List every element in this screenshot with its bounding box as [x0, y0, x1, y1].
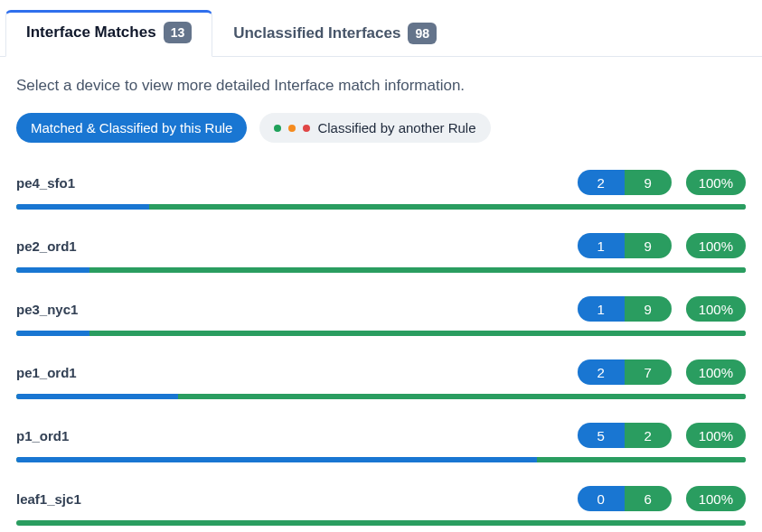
count-blue: 2 [578, 170, 625, 195]
count-green: 2 [625, 423, 672, 448]
device-row[interactable]: pe1_ord127100% [16, 352, 746, 415]
device-name[interactable]: p1_ord1 [16, 428, 69, 443]
tabs: Interface Matches 13 Unclassified Interf… [0, 0, 762, 57]
progress-bar-green [537, 457, 746, 462]
count-green: 9 [625, 233, 672, 258]
device-name[interactable]: leaf1_sjc1 [16, 491, 81, 507]
legend: Matched & Classified by this Rule Classi… [16, 113, 746, 143]
dot-red-icon [303, 125, 310, 132]
legend-primary-pill: Matched & Classified by this Rule [16, 113, 247, 143]
count-green: 7 [625, 359, 672, 385]
count-pill: 19 [578, 296, 672, 322]
device-stats: 19100% [578, 296, 746, 322]
count-green: 9 [625, 170, 672, 195]
tab-interface-matches[interactable]: Interface Matches 13 [5, 10, 212, 57]
device-list: pe4_sfo129100%pe2_ord119100%pe3_nyc11910… [16, 163, 746, 532]
tab-label: Unclassified Interfaces [233, 24, 400, 42]
legend-secondary-pill: Classified by another Rule [259, 113, 490, 143]
count-blue: 5 [578, 423, 625, 448]
dot-green-icon [274, 125, 281, 132]
device-row[interactable]: p1_ord152100% [16, 415, 746, 479]
percent-badge: 100% [686, 233, 746, 258]
count-pill: 52 [578, 423, 672, 448]
count-blue: 0 [578, 486, 625, 511]
progress-bar-green [178, 394, 746, 399]
device-row[interactable]: pe3_nyc119100% [16, 289, 746, 352]
count-green: 9 [625, 296, 672, 322]
device-stats: 06100% [578, 486, 746, 511]
device-row-header: pe4_sfo129100% [16, 170, 746, 195]
tab-badge: 98 [408, 23, 437, 44]
progress-bar-green [149, 204, 746, 210]
dot-orange-icon [288, 125, 296, 132]
device-row-header: pe3_nyc119100% [16, 296, 746, 322]
progress-bar [16, 520, 746, 526]
progress-bar-blue [16, 204, 149, 210]
percent-badge: 100% [686, 423, 746, 448]
percent-badge: 100% [686, 359, 746, 385]
device-stats: 27100% [578, 359, 746, 385]
device-name[interactable]: pe4_sfo1 [16, 175, 75, 191]
count-pill: 19 [578, 233, 672, 258]
hint-text: Select a device to view more detailed In… [16, 77, 746, 95]
count-pill: 29 [578, 170, 672, 195]
percent-badge: 100% [686, 486, 746, 511]
device-row-header: p1_ord152100% [16, 423, 746, 448]
device-row[interactable]: leaf1_sjc106100% [16, 479, 746, 532]
progress-bar-blue [16, 267, 89, 273]
progress-bar [16, 267, 746, 273]
tab-unclassified-interfaces[interactable]: Unclassified Interfaces 98 [212, 11, 457, 57]
count-green: 6 [625, 486, 672, 511]
tab-badge: 13 [164, 22, 193, 43]
progress-bar-green [89, 331, 746, 336]
device-row-header: pe1_ord127100% [16, 359, 746, 385]
progress-bar [16, 457, 746, 462]
count-pill: 27 [578, 359, 672, 385]
device-row-header: leaf1_sjc106100% [16, 486, 746, 511]
legend-secondary-label: Classified by another Rule [317, 120, 475, 135]
percent-badge: 100% [686, 170, 746, 195]
device-name[interactable]: pe3_nyc1 [16, 302, 78, 317]
count-pill: 06 [578, 486, 672, 511]
device-row[interactable]: pe2_ord119100% [16, 226, 746, 289]
count-blue: 2 [578, 359, 625, 385]
device-stats: 29100% [578, 170, 746, 195]
progress-bar-blue [16, 394, 178, 399]
progress-bar-green [16, 520, 746, 526]
progress-bar [16, 331, 746, 336]
progress-bar [16, 394, 746, 399]
device-name[interactable]: pe2_ord1 [16, 238, 77, 254]
device-stats: 52100% [578, 423, 746, 448]
device-row[interactable]: pe4_sfo129100% [16, 163, 746, 226]
progress-bar-green [89, 267, 746, 273]
legend-primary-label: Matched & Classified by this Rule [31, 120, 232, 135]
device-stats: 19100% [578, 233, 746, 258]
progress-bar [16, 204, 746, 210]
count-blue: 1 [578, 233, 625, 258]
percent-badge: 100% [686, 296, 746, 322]
device-row-header: pe2_ord119100% [16, 233, 746, 258]
device-name[interactable]: pe1_ord1 [16, 365, 77, 380]
progress-bar-blue [16, 331, 89, 336]
progress-bar-blue [16, 457, 537, 462]
tab-label: Interface Matches [26, 23, 156, 42]
count-blue: 1 [578, 296, 625, 322]
